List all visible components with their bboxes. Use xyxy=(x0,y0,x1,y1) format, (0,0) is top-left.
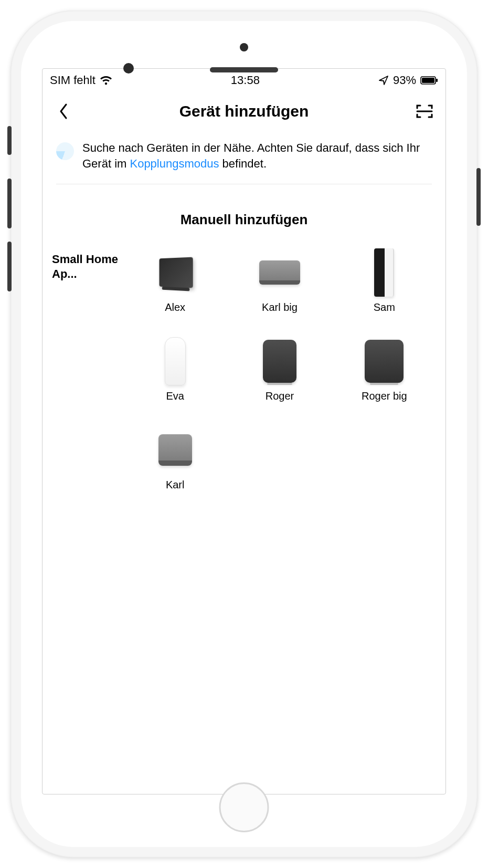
svg-rect-2 xyxy=(436,79,438,82)
nav-bar: Gerät hinzufügen xyxy=(43,92,445,131)
svg-rect-1 xyxy=(422,78,434,83)
device-image xyxy=(152,426,199,474)
device-item[interactable]: Roger xyxy=(230,338,329,402)
manual-section-title: Manuell hinzufügen xyxy=(43,212,445,228)
scan-button[interactable] xyxy=(413,100,436,123)
volume-down xyxy=(7,242,12,291)
scan-icon xyxy=(416,103,433,119)
device-grid: AlexKarl bigSamEvaRogerRoger bigKarl xyxy=(125,249,436,491)
device-label: Roger xyxy=(266,390,294,402)
phone-frame: SIM fehlt 13:58 93% xyxy=(10,11,478,857)
radar-icon xyxy=(56,142,74,160)
clock: 13:58 xyxy=(231,74,260,87)
category-sidebar: Small Home Ap... xyxy=(52,249,125,491)
device-label: Eva xyxy=(166,390,184,402)
battery-pct: 93% xyxy=(393,74,416,87)
device-image xyxy=(152,249,199,296)
phone-bezel: SIM fehlt 13:58 93% xyxy=(21,21,467,847)
wifi-icon xyxy=(100,76,112,85)
screen: SIM fehlt 13:58 93% xyxy=(42,68,446,794)
pairing-info-post: befindet. xyxy=(219,157,267,170)
home-button[interactable] xyxy=(219,782,269,832)
ear-speaker xyxy=(210,67,278,72)
device-image xyxy=(360,338,408,385)
carrier-text: SIM fehlt xyxy=(50,74,96,87)
device-label: Sam xyxy=(374,301,395,313)
volume-up xyxy=(7,179,12,228)
device-label: Karl xyxy=(166,479,185,491)
device-item[interactable]: Sam xyxy=(335,249,434,313)
device-label: Roger big xyxy=(362,390,407,402)
pairing-info-text: Suche nach Geräten in der Nähe. Achten S… xyxy=(82,140,432,171)
manual-content: Small Home Ap... AlexKarl bigSamEvaRoger… xyxy=(43,249,445,491)
power-button xyxy=(476,168,481,226)
device-item[interactable]: Karl big xyxy=(230,249,329,313)
device-item[interactable]: Karl xyxy=(125,426,225,491)
page-title: Gerät hinzufügen xyxy=(179,102,309,120)
device-item[interactable]: Roger big xyxy=(335,338,434,402)
category-small-home-appliances[interactable]: Small Home Ap... xyxy=(52,252,125,281)
sensor-dot xyxy=(240,43,248,51)
pairing-mode-link[interactable]: Kopplungsmodus xyxy=(130,157,219,170)
chevron-left-icon xyxy=(58,102,69,120)
device-label: Karl big xyxy=(262,301,298,313)
battery-icon xyxy=(420,76,438,85)
mute-switch xyxy=(7,126,12,155)
location-icon xyxy=(378,75,389,86)
pairing-info: Suche nach Geräten in der Nähe. Achten S… xyxy=(43,131,445,184)
device-image xyxy=(360,249,408,296)
device-image xyxy=(152,338,199,385)
device-label: Alex xyxy=(165,301,185,313)
divider xyxy=(56,184,432,184)
device-image xyxy=(256,249,303,296)
device-image xyxy=(256,338,303,385)
back-button[interactable] xyxy=(52,100,75,123)
front-camera xyxy=(123,63,134,74)
device-item[interactable]: Alex xyxy=(125,249,225,313)
device-item[interactable]: Eva xyxy=(125,338,225,402)
